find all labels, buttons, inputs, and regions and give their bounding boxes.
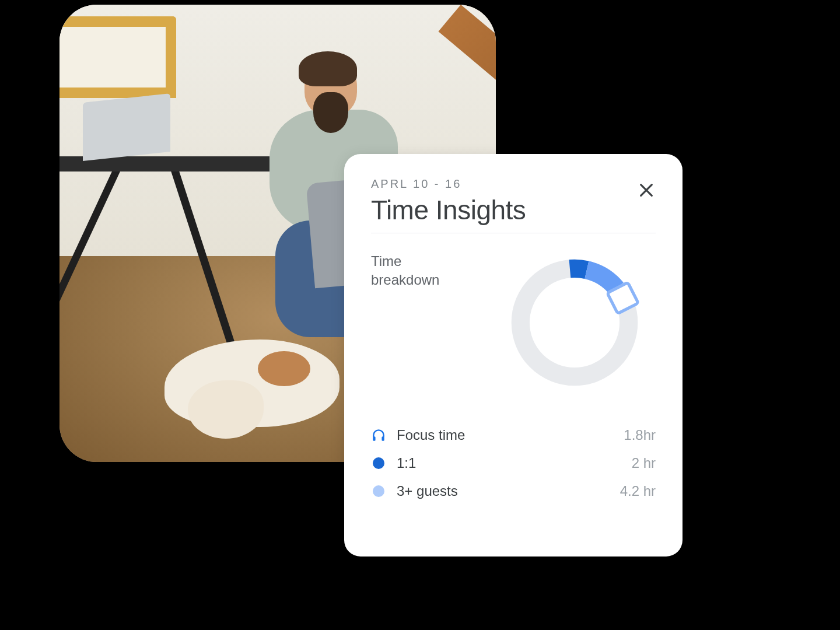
legend-label-focus: Focus time	[397, 427, 465, 443]
legend-value-one-on-one: 2 hr	[632, 455, 656, 471]
breakdown-label: Time breakdown	[371, 250, 459, 290]
svg-rect-5	[382, 436, 384, 441]
legend-row-guests: 3+ guests 4.2 hr	[371, 483, 656, 499]
legend-value-guests: 4.2 hr	[620, 483, 656, 499]
time-breakdown-donut-chart	[502, 250, 648, 396]
legend-value-focus: 1.8hr	[624, 427, 656, 443]
close-button[interactable]	[637, 181, 656, 200]
legend-row-focus: Focus time 1.8hr	[371, 427, 656, 443]
legend-row-one-on-one: 1:1 2 hr	[371, 455, 656, 471]
time-insights-card: APRL 10 - 16 Time Insights Time breakdow…	[344, 154, 682, 556]
dot-icon-one-on-one	[371, 456, 386, 471]
svg-rect-4	[373, 436, 375, 441]
date-range: APRL 10 - 16	[371, 177, 526, 191]
card-title: Time Insights	[371, 194, 526, 226]
legend-label-one-on-one: 1:1	[397, 455, 416, 471]
headphones-icon	[371, 428, 386, 443]
close-icon	[637, 181, 656, 200]
dot-icon-guests	[371, 484, 386, 499]
legend-label-guests: 3+ guests	[397, 483, 458, 499]
card-header: APRL 10 - 16 Time Insights	[371, 177, 656, 233]
legend: Focus time 1.8hr 1:1 2 hr 3+	[371, 419, 656, 499]
